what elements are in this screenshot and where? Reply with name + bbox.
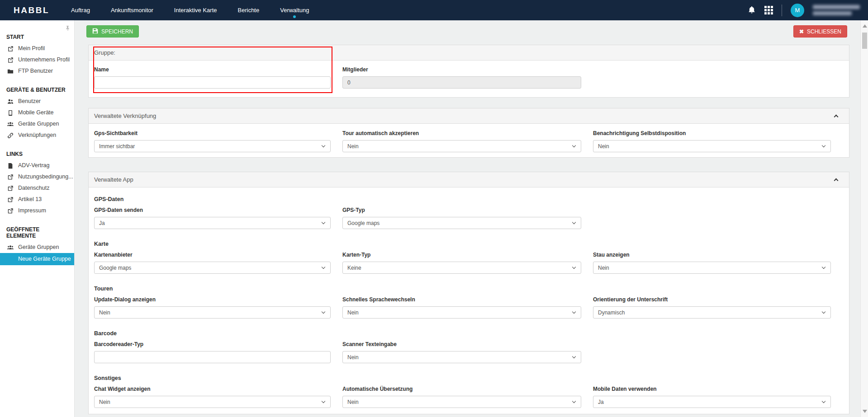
field-label: Schnelles Sprachewechseln	[342, 296, 581, 303]
select-value: Google maps	[347, 220, 379, 226]
sidebar-item-nutzungsbedingung[interactable]: Nutzungsbedingung...	[0, 171, 74, 183]
field-barcodereader-typ: Barcodereader-Typ	[94, 341, 331, 363]
panel-title: Verwaltete App	[94, 176, 133, 183]
chevron-down-icon	[322, 309, 325, 313]
sidebar-item-label: Artikel 13	[18, 196, 42, 203]
share-icon	[7, 45, 14, 52]
name-input[interactable]	[94, 76, 331, 89]
sidebar-item-verknuepfungen[interactable]: Verknüpfungen	[0, 130, 74, 141]
orientierung-der-unterschrift-select[interactable]: Dynamisch	[593, 306, 831, 319]
kartenanbieter-select[interactable]: Google maps	[94, 262, 331, 274]
benachrichtigung-selbstdisposition-select[interactable]: Nein	[593, 140, 831, 152]
panel-verwaltete-app: Verwaltete App GPS-Daten GPS-Daten sende…	[88, 172, 849, 414]
chevron-down-icon	[572, 354, 576, 358]
sidebar-item-neue-geraete-gruppe[interactable]: Neue Geräte Gruppe	[0, 253, 74, 265]
schnelles-sprachewechseln-select[interactable]: Nein	[342, 306, 581, 319]
sidebar-item-mein-profil[interactable]: Mein Profil	[0, 43, 74, 54]
external-link-icon	[7, 185, 14, 192]
chat-widget-anzeigen-select[interactable]: Nein	[94, 396, 331, 408]
field-chat-widget-anzeigen: Chat Widget anzeigen Nein	[94, 386, 331, 408]
gps-sichtbarkeit-select[interactable]: Immer sichtbar	[94, 140, 331, 152]
nav-item-berichte[interactable]: Berichte	[228, 0, 270, 20]
sidebar-item-artikel-13[interactable]: Artikel 13	[0, 194, 74, 205]
scrollbar-down-arrow[interactable]	[863, 410, 867, 413]
pin-icon[interactable]	[65, 25, 70, 33]
nav-item-interaktive-karte[interactable]: Interaktive Karte	[164, 0, 228, 20]
gps-typ-select[interactable]: Google maps	[342, 217, 581, 229]
sidebar-item-benutzer[interactable]: Benutzer	[0, 96, 74, 107]
scrollbar-up-arrow[interactable]	[863, 24, 867, 28]
collapse-chevron-up-icon[interactable]	[834, 115, 839, 119]
field-label: Chat Widget anzeigen	[94, 386, 331, 392]
sidebar-item-impressum[interactable]: Impressum	[0, 205, 74, 216]
sidebar-item-mobile-geraete[interactable]: Mobile Geräte	[0, 107, 74, 118]
user-name-redacted[interactable]	[813, 5, 860, 15]
close-icon: ✖	[799, 29, 804, 34]
close-button-label: SCHLIESSEN	[807, 28, 841, 35]
field-gps-daten-senden: GPS-Daten senden Ja	[94, 207, 331, 229]
panel-verwaltete-verknuepfung: Verwaltete Verknüpfung Gps-Sichtbarkeit …	[88, 108, 849, 158]
vertical-scrollbar[interactable]	[860, 20, 868, 417]
sidebar-item-label: ADV-Vertrag	[18, 162, 49, 169]
sidebar-item-adv-vertrag[interactable]: ADV-Vertrag	[0, 160, 74, 171]
section-title: GERÄTE & BENUTZER	[0, 85, 74, 96]
sidebar-section-start: START Mein Profil Unternehmens Profil FT…	[0, 32, 74, 77]
save-button[interactable]: SPEICHERN	[86, 25, 139, 37]
sidebar-item-unternehmens-profil[interactable]: Unternehmens Profil	[0, 54, 74, 66]
nav-item-ankunftsmonitor[interactable]: Ankunftsmonitor	[100, 0, 164, 20]
collapse-chevron-up-icon[interactable]	[834, 178, 839, 183]
field-benachrichtigung-selbstdisposition: Benachrichtigung Selbstdisposition Nein	[593, 130, 831, 152]
scanner-texteingabe-select[interactable]: Nein	[342, 351, 581, 363]
field-label: GPS-Typ	[342, 207, 581, 213]
sidebar: START Mein Profil Unternehmens Profil FT…	[0, 20, 75, 417]
field-label: Mobile Daten verwenden	[593, 386, 831, 392]
panel-gruppe: Gruppe: Name Mitglieder	[88, 45, 849, 98]
select-value: Nein	[598, 143, 609, 150]
close-button[interactable]: ✖ SCHLIESSEN	[793, 25, 847, 37]
chevron-down-icon	[572, 220, 576, 224]
karten-typ-select[interactable]: Keine	[342, 262, 581, 274]
select-value: Nein	[347, 399, 359, 405]
select-value: Keine	[347, 265, 361, 271]
mobile-daten-verwenden-select[interactable]: Ja	[593, 396, 831, 408]
avatar[interactable]: M	[791, 4, 804, 17]
tour-automatisch-akzeptieren-select[interactable]: Nein	[342, 140, 581, 152]
field-label: Mitglieder	[342, 66, 581, 73]
document-icon	[7, 162, 14, 169]
sidebar-item-datenschutz[interactable]: Datenschutz	[0, 183, 74, 194]
field-label: Stau anzeigen	[593, 252, 831, 258]
field-gps-sichtbarkeit: Gps-Sichtbarkeit Immer sichtbar	[94, 130, 331, 152]
group-heading: Barcode	[94, 330, 844, 337]
automatische-uebersetzung-select[interactable]: Nein	[342, 396, 581, 408]
sidebar-item-label: Neue Geräte Gruppe	[18, 256, 71, 262]
sidebar-item-label: Mein Profil	[18, 45, 45, 52]
update-dialog-anzeigen-select[interactable]: Nein	[94, 306, 331, 319]
nav-item-verwaltung[interactable]: Verwaltung	[270, 0, 319, 20]
chevron-down-icon	[822, 399, 825, 403]
group-icon	[7, 121, 14, 127]
habbl-logo[interactable]: HABBL	[14, 5, 49, 15]
sidebar-item-geraete-gruppen[interactable]: Geräte Gruppen	[0, 118, 74, 130]
main-content: SPEICHERN ✖ SCHLIESSEN Gruppe: Name Mitg…	[75, 20, 860, 417]
field-label: Tour automatisch akzeptieren	[342, 130, 581, 136]
mitglieder-input	[342, 76, 581, 89]
main-menu: Auftrag Ankunftsmonitor Interaktive Kart…	[61, 0, 320, 20]
sidebar-item-ftp-benutzer[interactable]: FTP Benutzer	[0, 66, 74, 77]
barcodereader-typ-input[interactable]	[94, 351, 331, 363]
gps-daten-senden-select[interactable]: Ja	[94, 217, 331, 229]
group-heading: Sonstiges	[94, 375, 844, 381]
select-value: Nein	[347, 354, 359, 361]
chevron-down-icon	[572, 399, 576, 403]
nav-item-auftrag[interactable]: Auftrag	[61, 0, 100, 20]
stau-anzeigen-select[interactable]: Nein	[593, 262, 831, 274]
section-title: LINKS	[0, 149, 74, 160]
folder-icon	[7, 68, 14, 75]
bell-icon[interactable]	[748, 6, 756, 14]
sidebar-item-label: FTP Benutzer	[18, 68, 53, 75]
scrollbar-thumb[interactable]	[862, 33, 867, 49]
sidebar-item-open-geraete-gruppen[interactable]: Geräte Gruppen	[0, 242, 74, 253]
apps-grid-icon[interactable]	[764, 6, 773, 14]
sidebar-item-label: Geräte Gruppen	[18, 121, 59, 127]
save-button-label: SPEICHERN	[101, 28, 133, 35]
field-orientierung-der-unterschrift: Orientierung der Unterschrift Dynamisch	[593, 296, 831, 319]
